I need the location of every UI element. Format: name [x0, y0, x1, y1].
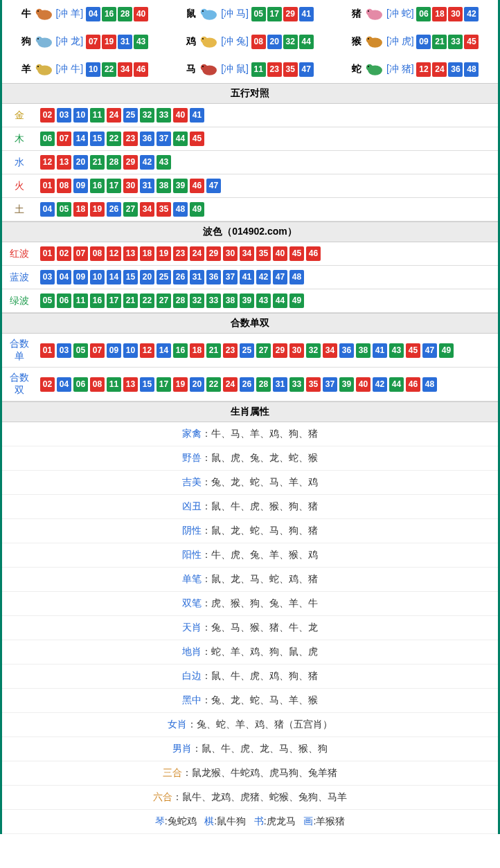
- horse-icon: [197, 61, 220, 78]
- number-ball: 09: [107, 343, 121, 358]
- svg-point-14: [202, 38, 204, 39]
- attr-row: 六合：鼠牛、龙鸡、虎猪、蛇猴、兔狗、马羊: [2, 786, 498, 810]
- row-label: 绿波: [2, 289, 37, 313]
- svg-point-5: [202, 10, 204, 12]
- footer-value: :虎龙马: [264, 815, 296, 826]
- number-ball: 16: [90, 179, 105, 193]
- number-ball: 39: [240, 293, 254, 308]
- number-ball: 06: [57, 293, 71, 308]
- zodiac-balls: 12243648: [416, 62, 479, 77]
- row-balls: 06071415222336374445: [37, 127, 498, 151]
- svg-point-16: [366, 37, 373, 44]
- number-ball: 30: [123, 179, 138, 193]
- attr-row: 凶丑：鼠、牛、虎、猴、狗、猪: [2, 495, 498, 519]
- number-ball: 09: [73, 270, 88, 284]
- number-ball: 25: [157, 270, 171, 284]
- zodiac-chong: [冲 蛇]: [386, 8, 414, 20]
- row-balls: 02031011242532334041: [37, 104, 498, 127]
- number-ball: 40: [273, 246, 287, 261]
- number-ball: 07: [90, 343, 105, 358]
- dog-icon: [33, 33, 55, 50]
- row-balls: 03040910141520252631363741424748: [37, 266, 498, 289]
- number-ball: 31: [118, 35, 132, 49]
- svg-point-17: [368, 38, 369, 39]
- zodiac-cell-pig: 猪 [冲 蛇] 06183042: [332, 0, 498, 28]
- zodiac-name: 狗: [21, 35, 31, 48]
- number-ball: 49: [190, 202, 204, 217]
- number-ball: 17: [267, 7, 282, 21]
- number-ball: 22: [140, 293, 154, 308]
- number-ball: 46: [134, 62, 148, 77]
- number-ball: 30: [289, 343, 304, 358]
- number-ball: 12: [140, 343, 154, 358]
- number-ball: 24: [223, 377, 238, 392]
- number-ball: 10: [90, 270, 105, 284]
- number-ball: 27: [157, 293, 171, 308]
- attr-row: 女肖：兔、蛇、羊、鸡、猪（五宫肖）: [2, 713, 498, 737]
- attr-row: 男肖：鼠、牛、虎、龙、马、猴、狗: [2, 737, 498, 761]
- number-ball: 43: [134, 35, 148, 49]
- number-ball: 10: [73, 108, 88, 123]
- zodiac-chong: [冲 马]: [221, 8, 249, 20]
- attr-row: 吉美：兔、龙、蛇、马、羊、鸡: [2, 471, 498, 495]
- attr-label: 阴性: [182, 525, 202, 536]
- number-ball: 32: [140, 108, 154, 123]
- number-ball: 29: [206, 246, 221, 261]
- number-ball: 43: [157, 155, 171, 170]
- number-ball: 20: [190, 377, 204, 392]
- number-ball: 18: [73, 202, 88, 217]
- row-label: 木: [2, 127, 37, 151]
- zodiac-cell-rat: 鼠 [冲 马] 05172941: [168, 0, 333, 28]
- number-ball: 21: [432, 35, 447, 49]
- number-ball: 24: [432, 62, 447, 77]
- number-ball: 13: [123, 377, 138, 392]
- svg-point-10: [35, 37, 42, 44]
- number-ball: 17: [157, 377, 171, 392]
- zodiac-cell-snake: 蛇 [冲 猪] 12243648: [332, 55, 498, 83]
- number-ball: 46: [406, 377, 420, 392]
- row-balls: 04051819262734354849: [37, 198, 498, 221]
- number-ball: 12: [107, 246, 121, 261]
- svg-point-11: [37, 38, 39, 39]
- number-ball: 07: [57, 132, 71, 146]
- attr-value: ：蛇、羊、鸡、狗、鼠、虎: [202, 646, 318, 657]
- heshu-header: 合数单双: [2, 313, 498, 334]
- zodiac-chong: [冲 虎]: [386, 35, 414, 48]
- table-row: 水 1213202128294243: [2, 151, 498, 174]
- heshu-table: 合数单 010305070910121416182123252729303234…: [2, 334, 498, 401]
- number-ball: 22: [102, 62, 116, 77]
- number-ball: 08: [90, 246, 105, 261]
- number-ball: 45: [406, 343, 420, 358]
- footer-label: 画: [303, 815, 313, 826]
- attr-label: 家禽: [182, 428, 202, 439]
- attr-label: 白边: [182, 670, 202, 681]
- number-ball: 49: [289, 293, 304, 308]
- number-ball: 07: [73, 246, 88, 261]
- svg-point-7: [366, 9, 373, 16]
- number-ball: 37: [323, 377, 337, 392]
- number-ball: 45: [289, 246, 304, 261]
- attr-value: ：牛、马、羊、鸡、狗、猪: [202, 428, 318, 439]
- row-label: 土: [2, 198, 37, 221]
- row-balls: 1213202128294243: [37, 151, 498, 174]
- number-ball: 05: [40, 293, 55, 308]
- number-ball: 14: [107, 270, 121, 284]
- table-row: 合数单 010305070910121416182123252729303234…: [2, 334, 498, 368]
- attr-row: 天肖：兔、马、猴、猪、牛、龙: [2, 616, 498, 640]
- zodiac-balls: 08203244: [251, 35, 314, 49]
- number-ball: 32: [190, 293, 204, 308]
- attr-label: 吉美: [182, 476, 202, 487]
- number-ball: 19: [173, 377, 188, 392]
- number-ball: 04: [86, 7, 100, 21]
- zodiac-name: 猪: [352, 8, 361, 20]
- svg-point-22: [201, 64, 208, 71]
- number-ball: 42: [373, 377, 387, 392]
- zodiac-cell-horse: 马 [冲 鼠] 11233547: [168, 55, 333, 83]
- number-ball: 38: [223, 293, 238, 308]
- number-ball: 33: [206, 293, 221, 308]
- attr-label: 地肖: [182, 646, 202, 657]
- attr-row: 阴性：鼠、龙、蛇、马、狗、猪: [2, 519, 498, 543]
- bose-table: 红波 0102070812131819232429303435404546 蓝波…: [2, 242, 498, 313]
- number-ball: 38: [157, 179, 171, 193]
- number-ball: 10: [123, 343, 138, 358]
